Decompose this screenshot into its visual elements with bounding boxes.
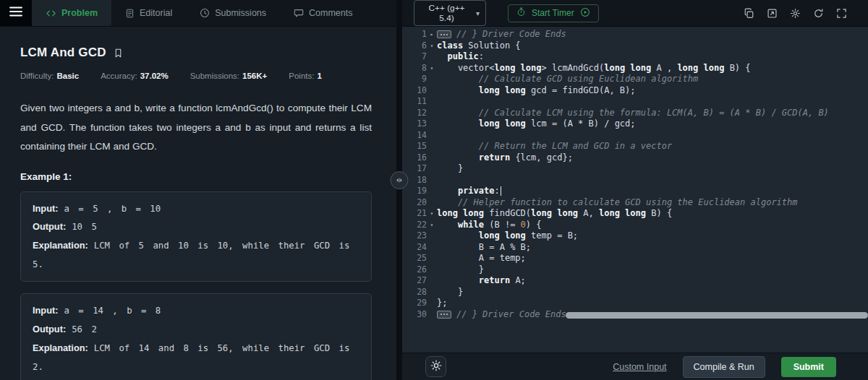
start-timer-button[interactable]: Start Timer bbox=[508, 4, 599, 22]
line-gutter: 24 bbox=[402, 242, 437, 254]
theme-toggle-button[interactable] bbox=[425, 356, 446, 377]
fold-arrow-icon[interactable]: ▾ bbox=[427, 208, 437, 220]
code-line[interactable]: 17 } bbox=[402, 163, 868, 175]
code-line[interactable]: 12 // Calculate LCM using the formula: L… bbox=[402, 108, 868, 119]
code-line[interactable]: 19 private: bbox=[402, 186, 868, 197]
bookmark-icon[interactable] bbox=[114, 48, 123, 59]
code-line[interactable]: 27 return A; bbox=[402, 275, 868, 287]
panel-resizer[interactable] bbox=[396, 0, 402, 380]
code-line[interactable]: 20 // Helper function to calculate GCD u… bbox=[402, 197, 868, 209]
tab-comments[interactable]: Comments bbox=[280, 0, 366, 26]
line-number: 28 bbox=[402, 287, 427, 298]
code-text: while (B != 0) { bbox=[437, 220, 542, 231]
code-icon bbox=[46, 8, 56, 19]
problem-meta: Difficulty:Basic Accuracy:37.02% Submiss… bbox=[20, 72, 372, 80]
folded-code-icon[interactable] bbox=[437, 311, 451, 319]
line-number: 27 bbox=[402, 275, 427, 287]
fold-arrow-icon[interactable]: ▸ bbox=[427, 29, 437, 40]
code-line[interactable]: 29}; bbox=[402, 298, 868, 309]
code-line[interactable]: 24 B = A % B; bbox=[402, 242, 868, 254]
line-number: 15 bbox=[402, 141, 427, 152]
line-number: 29 bbox=[402, 298, 427, 309]
line-number: 19 bbox=[402, 186, 427, 197]
code-line[interactable]: 13 long long lcm = (A * B) / gcd; bbox=[402, 118, 868, 130]
custom-input-link[interactable]: Custom Input bbox=[613, 362, 666, 372]
resize-handle-icon[interactable] bbox=[391, 171, 409, 189]
code-line[interactable]: 1▸// } Driver Code Ends bbox=[402, 29, 868, 40]
tab-problem[interactable]: Problem bbox=[32, 0, 111, 26]
sun-icon bbox=[430, 360, 442, 374]
code-line[interactable]: 26 } bbox=[402, 264, 868, 276]
example-explanation-row: Explanation:LCM of 5 and 10 is 10, while… bbox=[33, 236, 359, 274]
code-line[interactable]: 16 return {lcm, gcd}; bbox=[402, 152, 868, 164]
tab-label: Editorial bbox=[140, 8, 172, 18]
language-select[interactable]: C++ (g++ 5.4) ▾ bbox=[414, 0, 486, 26]
code-line[interactable]: 10 long long gcd = findGCD(A, B); bbox=[402, 85, 868, 97]
line-gutter: 21▾ bbox=[402, 208, 437, 220]
code-text: long long temp = B; bbox=[437, 230, 578, 242]
tab-label: Submissions bbox=[215, 8, 266, 18]
code-text: // Calculate LCM using the formula: LCM(… bbox=[437, 108, 829, 119]
code-line[interactable]: 18 bbox=[402, 175, 868, 186]
example-input-row: Input:a = 5 , b = 10 bbox=[33, 199, 359, 218]
line-gutter: 20 bbox=[402, 197, 437, 209]
line-gutter: 30 bbox=[402, 309, 437, 321]
line-gutter: 25 bbox=[402, 253, 437, 264]
format-code-icon[interactable] bbox=[766, 7, 778, 20]
compile-run-button[interactable]: Compile & Run bbox=[683, 356, 765, 378]
code-line[interactable]: 15 // Return the LCM and GCD in a vector bbox=[402, 141, 868, 152]
fold-arrow-icon[interactable]: ▾ bbox=[427, 40, 437, 52]
copy-code-icon[interactable] bbox=[743, 7, 755, 20]
line-gutter: 14 bbox=[402, 130, 437, 142]
tab-label: Problem bbox=[61, 8, 98, 18]
horizontal-scrollbar[interactable] bbox=[566, 312, 868, 319]
code-text: long long gcd = findGCD(A, B); bbox=[437, 85, 636, 97]
hamburger-menu-button[interactable] bbox=[0, 0, 32, 26]
example-heading: Example 1: bbox=[20, 171, 372, 182]
code-editor[interactable]: 1▸// } Driver Code Ends6▾class Solution … bbox=[402, 27, 868, 353]
example-input-value: a = 5 , b = 10 bbox=[64, 204, 161, 214]
example-box-2: Input:a = 14 , b = 8 Output:56 2 Explana… bbox=[20, 293, 372, 380]
fold-arrow-icon[interactable]: ▾ bbox=[427, 63, 437, 74]
problem-content: LCM And GCD Difficulty:Basic Accuracy:37… bbox=[0, 27, 396, 380]
settings-gear-icon[interactable] bbox=[789, 7, 801, 20]
code-line[interactable]: 6▾class Solution { bbox=[402, 40, 868, 52]
code-text: vector<long long> lcmAndGcd(long long A … bbox=[437, 63, 751, 74]
line-number: 16 bbox=[402, 152, 427, 164]
code-line[interactable]: 25 A = temp; bbox=[402, 253, 868, 264]
code-line[interactable]: 23 long long temp = B; bbox=[402, 230, 868, 242]
code-line[interactable]: 11 bbox=[402, 96, 868, 108]
code-lines: 1▸// } Driver Code Ends6▾class Solution … bbox=[402, 29, 868, 320]
tab-submissions[interactable]: Submissions bbox=[186, 0, 280, 26]
example-output-row: Output:56 2 bbox=[33, 320, 359, 339]
code-text: public: bbox=[437, 51, 484, 63]
code-text: long long lcm = (A * B) / gcd; bbox=[437, 118, 636, 130]
code-line[interactable]: 22▾ while (B != 0) { bbox=[402, 220, 868, 231]
code-text: } bbox=[437, 287, 463, 298]
problem-tab-bar: Problem Editorial Submissions bbox=[0, 0, 396, 27]
code-line[interactable]: 7 public: bbox=[402, 51, 868, 63]
code-line[interactable]: 9 // Calculate GCD using Euclidean algor… bbox=[402, 74, 868, 85]
line-number: 12 bbox=[402, 108, 427, 119]
code-line[interactable]: 28 } bbox=[402, 287, 868, 298]
code-line[interactable]: 8▾ vector<long long> lcmAndGcd(long long… bbox=[402, 63, 868, 74]
code-line[interactable]: 21▾long long findGCD(long long A, long l… bbox=[402, 208, 868, 220]
code-text: // Calculate GCD using Euclidean algorit… bbox=[437, 74, 698, 85]
fold-arrow-icon[interactable]: ▾ bbox=[427, 220, 437, 231]
fullscreen-icon[interactable] bbox=[835, 7, 848, 20]
code-line[interactable]: 14 bbox=[402, 130, 868, 142]
language-label: C++ (g++ 5.4) bbox=[422, 3, 472, 23]
submit-button[interactable]: Submit bbox=[781, 357, 836, 377]
line-gutter: 9 bbox=[402, 74, 437, 85]
reset-code-icon[interactable] bbox=[812, 7, 825, 20]
folded-code-icon[interactable] bbox=[437, 30, 451, 38]
line-gutter: 10 bbox=[402, 85, 437, 97]
line-number: 21 bbox=[402, 208, 427, 220]
line-number: 8 bbox=[402, 63, 427, 74]
editor-icon-strip bbox=[743, 7, 856, 20]
accuracy-stat: Accuracy:37.02% bbox=[101, 72, 169, 80]
line-gutter: 23 bbox=[402, 230, 437, 242]
tab-editorial[interactable]: Editorial bbox=[111, 0, 186, 26]
line-number: 14 bbox=[402, 130, 427, 142]
submissions-stat: Submissions:156K+ bbox=[190, 72, 268, 80]
